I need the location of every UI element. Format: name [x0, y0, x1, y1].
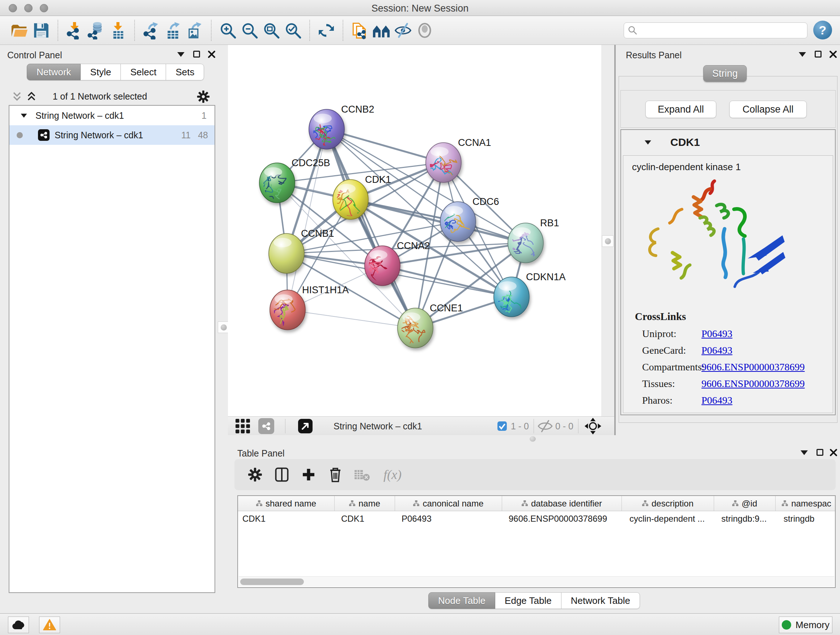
table-options-gear-icon[interactable]: [245, 464, 265, 485]
zoom-fit-icon[interactable]: [261, 19, 282, 41]
table-cell[interactable]: CDK1: [238, 511, 335, 526]
results-panel-float-icon[interactable]: [815, 51, 821, 57]
export-table-icon[interactable]: [162, 19, 184, 41]
table-cell[interactable]: stringdb:9...: [714, 511, 775, 526]
export-network-icon[interactable]: [141, 19, 162, 41]
help-button[interactable]: ?: [813, 21, 832, 40]
selected-checkbox-icon[interactable]: [497, 417, 507, 435]
tab-string[interactable]: String: [703, 65, 747, 82]
zoom-in-icon[interactable]: [217, 19, 239, 41]
results-panel-collapse-icon[interactable]: [799, 52, 806, 57]
import-network-icon[interactable]: [64, 19, 85, 41]
crosslink-link[interactable]: 9606.ENSP00000378699: [701, 378, 805, 390]
expand-all-button[interactable]: Expand All: [645, 101, 716, 118]
delete-column-icon[interactable]: [325, 464, 346, 485]
crosslink-link[interactable]: P06493: [701, 345, 733, 356]
collection-collapse-icon[interactable]: [21, 113, 27, 117]
column-header-database-identifier[interactable]: database identifier: [502, 496, 622, 511]
fit-content-crosshair-icon[interactable]: [584, 417, 601, 435]
edge-HIST1H1A-CCNE1[interactable]: [287, 310, 415, 328]
export-image-icon[interactable]: [184, 19, 205, 41]
zoom-out-icon[interactable]: [239, 19, 261, 41]
node-CDC25B[interactable]: CDC25B: [255, 157, 330, 204]
table-cell[interactable]: stringdb: [775, 511, 836, 526]
column-header-description[interactable]: description: [622, 496, 714, 511]
node-RB1[interactable]: RB1: [508, 218, 559, 271]
first-neighbors-icon[interactable]: [370, 19, 392, 41]
table-cell[interactable]: CDK1: [335, 511, 395, 526]
table-panel-close-icon[interactable]: [829, 448, 837, 458]
zoom-selected-icon[interactable]: [282, 19, 304, 41]
warnings-button[interactable]: [39, 616, 60, 633]
control-panel-collapse-icon[interactable]: [177, 52, 185, 57]
table-cell[interactable]: P06493: [395, 511, 502, 526]
hidden-eye-icon[interactable]: [538, 417, 553, 435]
import-table-icon[interactable]: [107, 19, 129, 41]
table-cell[interactable]: cyclin-dependent ...: [622, 511, 714, 526]
tab-network[interactable]: Network: [27, 64, 81, 80]
table-panel-collapse-icon[interactable]: [801, 450, 808, 455]
search-field[interactable]: [624, 22, 807, 38]
show-all-icon[interactable]: [414, 19, 436, 41]
table-hscrollbar[interactable]: [239, 576, 834, 586]
control-panel-close-icon[interactable]: [208, 50, 216, 60]
column-header-shared-name[interactable]: shared name: [238, 496, 335, 511]
tab-node-table[interactable]: Node Table: [428, 592, 495, 609]
function-builder-icon[interactable]: f(x): [384, 464, 401, 485]
table-hscrollbar-thumb[interactable]: [240, 578, 304, 585]
column-header-canonical-name[interactable]: canonical name: [395, 496, 502, 511]
column-header-namespac[interactable]: namespac: [775, 496, 836, 511]
network-graph[interactable]: CCNB2CCNA1CDC25BCDK1CDC6RB1CCNB1CCNA2CDK…: [228, 45, 601, 416]
edge-CCNB2-CCNA1[interactable]: [327, 129, 444, 163]
network-row-selected[interactable]: String Network – cdk1 11 48: [9, 125, 215, 145]
import-database-icon[interactable]: [85, 19, 107, 41]
edge-CCNB2-CCNE1[interactable]: [327, 129, 415, 328]
network-options-gear-icon[interactable]: [196, 90, 210, 105]
table-cell[interactable]: 9606.ENSP00000378699: [502, 511, 622, 526]
node-result-header[interactable]: CDK1: [621, 130, 835, 155]
hide-selected-icon[interactable]: [392, 19, 414, 41]
string-view-icon[interactable]: [258, 417, 274, 435]
crosslink-link[interactable]: P06493: [701, 328, 733, 340]
refresh-network-icon[interactable]: [316, 19, 337, 41]
search-input[interactable]: [638, 25, 797, 35]
birdseye-view-icon[interactable]: [297, 417, 313, 435]
results-panel-divider[interactable]: [614, 45, 616, 435]
results-panel-close-icon[interactable]: [829, 50, 837, 60]
node-result-collapse-icon[interactable]: [645, 140, 651, 144]
add-column-icon[interactable]: [298, 464, 319, 485]
tab-edge-table[interactable]: Edge Table: [495, 592, 561, 609]
memory-button[interactable]: Memory: [779, 616, 832, 633]
right-splitter-handle[interactable]: [602, 235, 614, 247]
node-HIST1H1A[interactable]: HIST1H1A: [270, 285, 349, 332]
table-splitter-handle[interactable]: [530, 436, 536, 442]
network-collection-row[interactable]: String Network – cdk1 1: [9, 106, 215, 125]
tab-network-table[interactable]: Network Table: [561, 592, 640, 609]
node-CCNB1[interactable]: CCNB1: [269, 228, 334, 273]
node-CDKN1A[interactable]: CDKN1A: [491, 272, 566, 328]
grid-view-icon[interactable]: [235, 417, 250, 435]
control-panel-float-icon[interactable]: [193, 51, 200, 57]
edge-CCNB2-HIST1H1A[interactable]: [287, 129, 327, 310]
node-table[interactable]: shared namenamecanonical namedatabase id…: [237, 495, 836, 588]
tab-sets[interactable]: Sets: [166, 64, 204, 80]
node-CCNA1[interactable]: CCNA1: [425, 137, 491, 186]
clone-network-icon[interactable]: [349, 19, 370, 41]
table-row[interactable]: CDK1CDK1P064939606.ENSP00000378699cyclin…: [238, 511, 835, 526]
network-selection-bar: 1 of 1 Network selected: [0, 87, 221, 106]
node-CDC6[interactable]: CDC6: [434, 196, 499, 256]
table-panel-float-icon[interactable]: [816, 449, 823, 456]
column-header-name[interactable]: name: [335, 496, 395, 511]
cloud-status-button[interactable]: [8, 616, 29, 633]
save-session-icon[interactable]: [30, 19, 52, 41]
tab-select[interactable]: Select: [121, 64, 166, 80]
delete-table-icon[interactable]: [352, 464, 373, 485]
column-header-@id[interactable]: @id: [714, 496, 775, 511]
show-columns-icon[interactable]: [271, 464, 292, 485]
crosslink-link[interactable]: P06493: [701, 394, 733, 406]
crosslink-link[interactable]: 9606.ENSP00000378699: [701, 361, 805, 373]
tab-style[interactable]: Style: [81, 64, 121, 80]
network-selection-status: 1 of 1 Network selected: [0, 91, 200, 102]
open-session-icon[interactable]: [9, 19, 30, 41]
collapse-all-button[interactable]: Collapse All: [729, 101, 807, 118]
